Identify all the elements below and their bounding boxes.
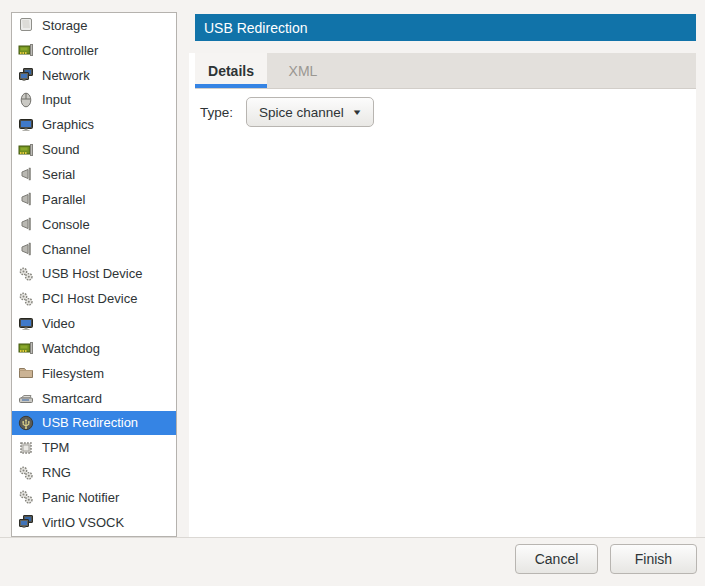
mouse-icon [18,92,34,108]
sidebar-item-watchdog[interactable]: Watchdog [12,336,176,361]
page-title-bar: USB Redirection [195,14,696,41]
sidebar-item-label: Sound [42,142,80,157]
sidebar-item-label: USB Redirection [42,415,138,430]
plug-icon [18,216,34,232]
tab-details-label: Details [208,63,254,79]
sidebar-item-label: Network [42,68,90,83]
pci-card-icon [18,142,34,158]
details-xml-tabstrip: Details XML [195,53,696,89]
type-row: Type: Spice channel ▼ [200,97,374,127]
type-dropdown[interactable]: Spice channel ▼ [246,97,374,127]
sidebar-item-label: USB Host Device [42,266,142,281]
add-hardware-dialog: StorageControllerNetworkInputGraphicsSou… [0,0,705,586]
pci-card-icon [18,340,34,356]
chevron-down-icon: ▼ [351,108,362,117]
sidebar-item-label: Watchdog [42,341,100,356]
sidebar-item-usb-host-device[interactable]: USB Host Device [12,261,176,286]
pci-card-icon [18,42,34,58]
page-title: USB Redirection [204,20,308,36]
sidebar-item-sound[interactable]: Sound [12,137,176,162]
sidebar-item-network[interactable]: Network [12,63,176,88]
gears-icon [18,465,34,481]
sidebar-item-label: Controller [42,43,98,58]
tab-xml-label: XML [289,63,318,79]
gears-icon [18,489,34,505]
sidebar-item-label: Video [42,316,75,331]
sidebar-item-label: Storage [42,18,88,33]
sidebar-item-console[interactable]: Console [12,212,176,237]
sidebar-item-label: Console [42,217,90,232]
plug-icon [18,241,34,257]
sidebar-item-label: Graphics [42,117,94,132]
chip-icon [18,440,34,456]
sidebar-item-label: Parallel [42,192,85,207]
sidebar-item-controller[interactable]: Controller [12,38,176,63]
card-reader-icon [18,390,34,406]
sidebar-item-parallel[interactable]: Parallel [12,187,176,212]
sidebar-item-label: Input [42,92,71,107]
plug-icon [18,166,34,182]
computers-icon [18,514,34,530]
sidebar-item-label: TPM [42,440,69,455]
sidebar-item-serial[interactable]: Serial [12,162,176,187]
gears-icon [18,291,34,307]
hardware-type-list: StorageControllerNetworkInputGraphicsSou… [11,12,177,537]
usb-icon [18,415,34,431]
sidebar-item-rng[interactable]: RNG [12,460,176,485]
sidebar-item-tpm[interactable]: TPM [12,435,176,460]
sidebar-item-virtio-vsock[interactable]: VirtIO VSOCK [12,510,176,535]
type-dropdown-value: Spice channel [259,105,344,120]
sidebar-item-graphics[interactable]: Graphics [12,112,176,137]
type-label: Type: [200,105,233,120]
tab-details[interactable]: Details [195,53,267,88]
sidebar-item-label: RNG [42,465,71,480]
sidebar-item-label: Serial [42,167,75,182]
finish-button[interactable]: Finish [610,544,697,574]
sidebar-item-label: Filesystem [42,366,104,381]
plug-icon [18,191,34,207]
sidebar-item-video[interactable]: Video [12,311,176,336]
tab-xml[interactable]: XML [267,53,339,88]
sidebar-item-pci-host-device[interactable]: PCI Host Device [12,286,176,311]
sidebar-item-label: Panic Notifier [42,490,119,505]
sidebar-item-panic-notifier[interactable]: Panic Notifier [12,485,176,510]
folder-icon [18,365,34,381]
computers-icon [18,67,34,83]
sidebar-item-label: Smartcard [42,391,102,406]
monitor-icon [18,316,34,332]
gears-icon [18,266,34,282]
sidebar-item-label: PCI Host Device [42,291,137,306]
monitor-icon [18,117,34,133]
dialog-footer: Cancel Finish [0,537,705,586]
sidebar-item-channel[interactable]: Channel [12,237,176,262]
disk-icon [18,17,34,33]
sidebar-item-label: VirtIO VSOCK [42,515,124,530]
sidebar-item-usb-redirection[interactable]: USB Redirection [12,411,176,436]
sidebar-item-smartcard[interactable]: Smartcard [12,386,176,411]
sidebar-item-storage[interactable]: Storage [12,13,176,38]
cancel-button[interactable]: Cancel [515,544,598,574]
sidebar-item-label: Channel [42,242,90,257]
sidebar-item-input[interactable]: Input [12,88,176,113]
sidebar-item-filesystem[interactable]: Filesystem [12,361,176,386]
